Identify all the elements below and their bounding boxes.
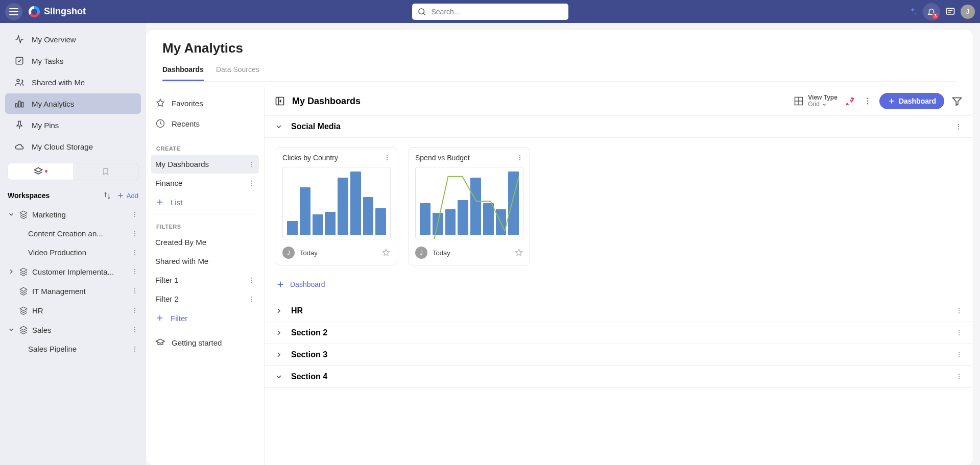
- workspace-item[interactable]: Sales: [0, 320, 146, 339]
- filter-item[interactable]: Filter 2: [151, 289, 259, 308]
- filter-item[interactable]: Shared with Me: [151, 252, 259, 271]
- search-input[interactable]: [432, 8, 563, 16]
- c2-recents[interactable]: Recents: [151, 113, 259, 134]
- svg-rect-4: [16, 104, 17, 107]
- add-workspace-button[interactable]: Add: [116, 191, 138, 200]
- svg-rect-2: [16, 57, 22, 64]
- brand[interactable]: Slingshot: [29, 6, 86, 17]
- brand-name: Slingshot: [44, 6, 86, 17]
- workspace-toggle-layers[interactable]: •: [8, 163, 73, 180]
- more-icon[interactable]: [248, 277, 255, 284]
- search-box[interactable]: [412, 4, 568, 20]
- section-social-media[interactable]: Social Media: [265, 116, 973, 138]
- svg-point-46: [851, 99, 852, 101]
- list-item[interactable]: My Dashboards: [151, 155, 259, 174]
- svg-rect-6: [21, 103, 23, 107]
- nav-shared-with-me[interactable]: Shared with Me: [5, 72, 141, 92]
- more-icon[interactable]: [131, 326, 138, 333]
- user-avatar[interactable]: J: [961, 5, 975, 19]
- svg-point-48: [867, 101, 869, 102]
- svg-point-50: [958, 124, 959, 125]
- nav-my-cloud-storage[interactable]: My Cloud Storage: [5, 136, 141, 157]
- rocket-icon[interactable]: [845, 95, 856, 107]
- add-list-button[interactable]: List: [151, 192, 259, 212]
- more-icon[interactable]: [955, 307, 963, 314]
- clock-icon: [155, 118, 165, 129]
- dashboard-cards: Clicks by Country J Today: [265, 138, 973, 275]
- sort-icon[interactable]: [103, 191, 111, 200]
- collapse-panel-icon[interactable]: [275, 96, 285, 106]
- more-icon[interactable]: [131, 268, 138, 275]
- section-row[interactable]: HR: [265, 300, 973, 322]
- getting-started[interactable]: Getting started: [151, 332, 259, 353]
- list-item[interactable]: Finance: [151, 174, 259, 192]
- workspace-item[interactable]: HR: [0, 301, 146, 320]
- chat-button[interactable]: [945, 7, 955, 17]
- app-header: Slingshot 3 J: [0, 0, 980, 23]
- dashboard-card[interactable]: Spend vs Budget J Today: [409, 147, 530, 265]
- notifications-button[interactable]: 3: [923, 3, 940, 20]
- nav-my-pins[interactable]: My Pins: [5, 115, 141, 135]
- workspace-item[interactable]: IT Management: [0, 281, 146, 301]
- chevron-icon: [8, 326, 15, 333]
- workspace-item[interactable]: Customer Implementa...: [0, 262, 146, 281]
- more-icon[interactable]: [384, 154, 391, 161]
- star-icon[interactable]: [514, 248, 523, 257]
- chat-icon: [945, 7, 955, 17]
- more-icon[interactable]: [248, 161, 255, 168]
- tab-dashboards[interactable]: Dashboards: [162, 65, 204, 81]
- section-row[interactable]: Section 4: [265, 366, 973, 388]
- hamburger-icon: [9, 8, 18, 15]
- sparkle-button[interactable]: [907, 7, 918, 17]
- more-icon[interactable]: [863, 96, 872, 106]
- more-icon[interactable]: [131, 346, 138, 353]
- filter-icon[interactable]: [951, 95, 963, 107]
- chevron-down-icon: [822, 102, 827, 107]
- nav-my-tasks[interactable]: My Tasks: [5, 51, 141, 71]
- star-icon[interactable]: [381, 248, 391, 257]
- section-row[interactable]: Section 3: [265, 344, 973, 366]
- more-icon[interactable]: [131, 249, 138, 256]
- workspaces-label: Workspaces: [8, 191, 98, 200]
- svg-point-13: [134, 250, 135, 251]
- tab-data-sources[interactable]: Data Sources: [216, 65, 259, 81]
- workspace-toggle-bookmark[interactable]: [73, 163, 138, 180]
- filter-item[interactable]: Filter 1: [151, 271, 259, 289]
- workspace-child[interactable]: Sales Pipeline: [0, 339, 146, 358]
- svg-point-10: [134, 231, 135, 232]
- more-icon[interactable]: [954, 123, 963, 131]
- more-icon[interactable]: [131, 287, 138, 295]
- menu-button[interactable]: [5, 3, 22, 20]
- svg-point-69: [959, 376, 960, 377]
- add-filter-button[interactable]: Filter: [151, 308, 259, 328]
- svg-point-11: [134, 233, 135, 234]
- more-icon[interactable]: [955, 373, 963, 380]
- svg-point-34: [251, 166, 252, 167]
- more-icon[interactable]: [516, 154, 523, 161]
- more-icon[interactable]: [131, 211, 138, 218]
- view-type-selector[interactable]: View Type Grid: [794, 94, 838, 108]
- nav-my-overview[interactable]: My Overview: [5, 29, 141, 50]
- filter-item[interactable]: Created By Me: [151, 233, 259, 252]
- more-icon[interactable]: [248, 296, 255, 303]
- more-icon[interactable]: [131, 307, 138, 314]
- dashboard-card[interactable]: Clicks by Country J Today: [276, 147, 397, 265]
- svg-point-68: [959, 374, 960, 375]
- workspace-item[interactable]: Marketing: [0, 205, 146, 224]
- new-dashboard-button[interactable]: Dashboard: [879, 93, 944, 109]
- workspace-toggle: •: [8, 163, 138, 180]
- section-row[interactable]: Section 2: [265, 322, 973, 344]
- add-dashboard-inline[interactable]: Dashboard: [265, 275, 973, 300]
- nav-my-analytics[interactable]: My Analytics: [5, 93, 141, 114]
- more-icon[interactable]: [955, 351, 963, 358]
- cloud-icon: [14, 141, 25, 152]
- more-icon[interactable]: [248, 180, 255, 187]
- more-icon[interactable]: [131, 230, 138, 237]
- c2-favorites[interactable]: Favorites: [151, 93, 259, 113]
- svg-point-67: [959, 356, 960, 357]
- workspace-child[interactable]: Content Creation an...: [0, 224, 146, 243]
- workspace-child[interactable]: Video Production: [0, 243, 146, 262]
- more-icon[interactable]: [955, 329, 963, 336]
- dashboard-area: My Dashboards View Type Grid: [265, 87, 973, 465]
- svg-point-62: [959, 330, 960, 331]
